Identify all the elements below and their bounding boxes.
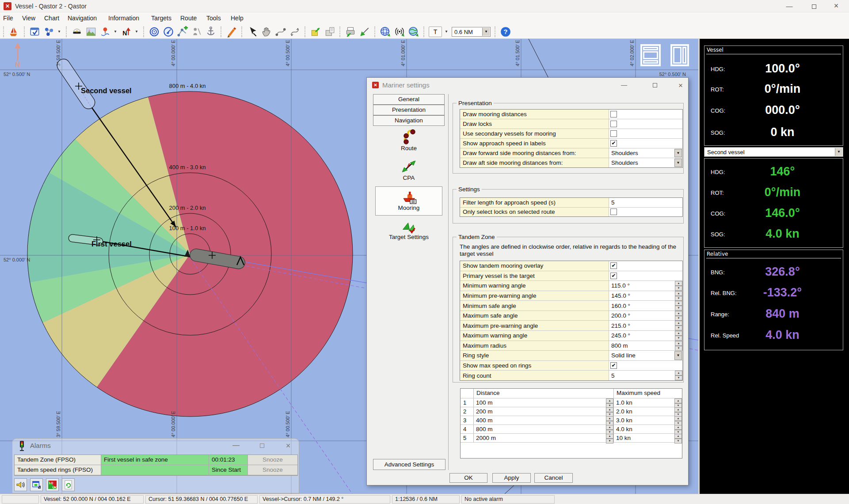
maximize-button[interactable]: [804, 0, 824, 12]
spinner[interactable]: ▲▼: [675, 301, 682, 311]
north-arrow-icon[interactable]: N: [121, 26, 132, 38]
spinner[interactable]: ▲▼: [606, 425, 613, 433]
menu-navigation[interactable]: Navigation: [68, 15, 97, 22]
close-button[interactable]: ×: [826, 0, 846, 12]
dialog-close-button[interactable]: ×: [676, 81, 685, 90]
export-box-icon[interactable]: [310, 26, 321, 38]
chart-layout-button-1[interactable]: [640, 44, 661, 66]
target-rings-icon[interactable]: [148, 26, 160, 38]
compass-arrow-icon[interactable]: [163, 26, 174, 38]
minimize-button[interactable]: —: [779, 0, 800, 12]
pointer-route-icon[interactable]: [247, 26, 258, 38]
target-vessel-selector[interactable]: Second vessel ▼: [704, 147, 843, 157]
spinner[interactable]: ▲▼: [606, 407, 613, 416]
alarm-snooze-button[interactable]: Snooze: [248, 455, 297, 465]
nav-item-mooring[interactable]: Mooring: [373, 205, 445, 211]
chart-layout-button-2[interactable]: [670, 44, 689, 66]
cpa-icon[interactable]: [401, 158, 417, 174]
mooring-icon[interactable]: [401, 189, 417, 205]
captain-hat-icon[interactable]: [71, 26, 83, 38]
menu-information[interactable]: Information: [108, 15, 139, 22]
dropdown-button[interactable]: ▼: [674, 159, 682, 167]
spinner[interactable]: ▲▼: [675, 281, 682, 291]
checkbox[interactable]: [610, 208, 617, 215]
nav-item-route[interactable]: Route: [373, 145, 445, 152]
route-person-icon[interactable]: [191, 26, 202, 38]
radio-waves-icon[interactable]: [394, 26, 405, 38]
target-settings-icon[interactable]: [401, 218, 417, 234]
spinner[interactable]: ▲▼: [674, 416, 682, 424]
alarm-snooze-button[interactable]: Snooze: [248, 465, 297, 475]
menu-targets[interactable]: Targets: [151, 15, 171, 22]
spinner[interactable]: ▲▼: [674, 407, 682, 416]
checkbox[interactable]: ✔: [610, 273, 617, 279]
spinner[interactable]: ▲▼: [606, 398, 613, 407]
alarms-close-button[interactable]: ×: [284, 441, 293, 451]
alarms-title-bar[interactable]: Alarms — ×: [12, 439, 299, 453]
window-check-icon[interactable]: [29, 26, 41, 38]
advanced-settings-button[interactable]: Advanced Settings: [373, 459, 445, 470]
pilot-boat-icon[interactable]: [8, 26, 20, 38]
alarms-minimize-button[interactable]: —: [232, 441, 240, 449]
pan-hand-icon[interactable]: [261, 26, 272, 38]
dialog-maximize-button[interactable]: [650, 81, 660, 88]
cluster-icon[interactable]: [43, 26, 55, 38]
spinner[interactable]: ▲▼: [675, 371, 682, 380]
menu-route[interactable]: Route: [180, 15, 197, 22]
menu-chart[interactable]: Chart: [44, 15, 59, 22]
menu-help[interactable]: Help: [231, 15, 244, 22]
checkbox[interactable]: ✔: [610, 140, 617, 147]
checkbox[interactable]: [610, 111, 617, 117]
dropdown-arrow-icon[interactable]: ▼: [135, 30, 139, 34]
route-nodes-icon[interactable]: [275, 26, 286, 38]
dialog-tab-navigation[interactable]: Navigation: [373, 115, 445, 126]
dropdown-button[interactable]: ▼: [674, 149, 682, 157]
chart-image-icon[interactable]: [85, 26, 97, 38]
dialog-tab-presentation[interactable]: Presentation: [373, 105, 445, 115]
spinner[interactable]: ▲▼: [675, 341, 682, 351]
import-box-icon[interactable]: [324, 26, 335, 38]
selector-dropdown-arrow[interactable]: ▼: [835, 148, 842, 156]
ok-button[interactable]: OK: [449, 473, 487, 483]
checkbox[interactable]: [610, 130, 617, 137]
dropdown-arrow-icon[interactable]: ▼: [57, 30, 62, 34]
printer-icon[interactable]: [345, 26, 356, 38]
checkbox[interactable]: ✔: [610, 362, 617, 369]
globe-arrow-icon[interactable]: [408, 26, 419, 38]
spinner[interactable]: ▲▼: [675, 321, 682, 330]
checkbox[interactable]: [610, 121, 617, 127]
lo-uk-icon[interactable]: LOUK: [46, 478, 59, 491]
apply-button[interactable]: Apply: [492, 473, 531, 483]
add-route-icon[interactable]: [177, 26, 188, 38]
globe-network-icon[interactable]: [380, 26, 391, 38]
route-arrows-icon[interactable]: [289, 26, 301, 38]
cancel-button[interactable]: Cancel: [534, 473, 573, 483]
menu-tools[interactable]: Tools: [206, 15, 221, 22]
dropdown-arrow-icon[interactable]: ▼: [114, 30, 118, 34]
spinner[interactable]: ▲▼: [675, 291, 682, 301]
menu-view[interactable]: View: [22, 15, 35, 22]
refresh-icon[interactable]: [62, 478, 75, 491]
spinner[interactable]: ▲▼: [606, 434, 613, 442]
window-restore-icon[interactable]: [30, 478, 43, 491]
nav-item-cpa[interactable]: CPA: [373, 174, 445, 181]
route-icon[interactable]: [401, 129, 417, 144]
spinner[interactable]: ▲▼: [674, 425, 682, 433]
checkbox[interactable]: ✔: [610, 262, 617, 269]
speaker-icon[interactable]: [14, 478, 27, 491]
spinner[interactable]: ▲▼: [675, 331, 682, 341]
spinner[interactable]: ▲▼: [674, 398, 682, 407]
help-icon[interactable]: ?: [500, 26, 511, 38]
dialog-minimize-button[interactable]: —: [619, 81, 629, 88]
route-anchor-icon[interactable]: [205, 26, 217, 38]
dropdown-arrow-icon[interactable]: ▼: [445, 30, 449, 34]
dropdown-button[interactable]: ▼: [674, 351, 682, 360]
text-tool-button[interactable]: T: [429, 27, 442, 37]
green-arrow-icon[interactable]: [359, 26, 370, 38]
spinner[interactable]: ▲▼: [675, 311, 682, 321]
nav-item-target-settings[interactable]: Target Settings: [373, 234, 445, 240]
menu-file[interactable]: File: [3, 15, 13, 22]
route-pen-icon[interactable]: [226, 26, 237, 38]
spinner[interactable]: ▲▼: [606, 416, 613, 424]
range-scale-combo[interactable]: 0.6 NM▼: [452, 27, 491, 37]
